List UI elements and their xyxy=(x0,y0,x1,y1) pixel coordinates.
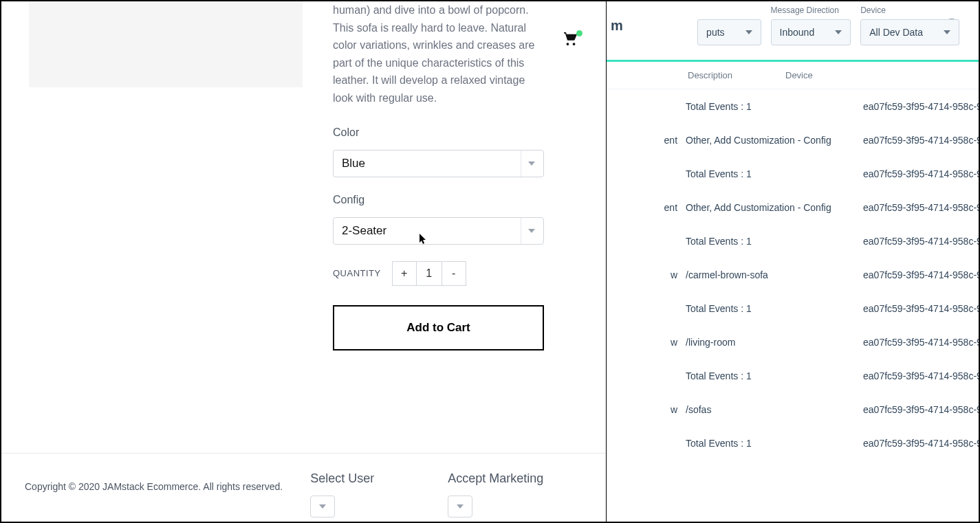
device-label: Device xyxy=(860,5,959,15)
chevron-down-icon xyxy=(745,30,752,34)
quantity-value: 1 xyxy=(417,261,442,286)
config-label: Config xyxy=(333,194,544,206)
add-to-cart-button[interactable]: Add to Cart xyxy=(333,305,544,350)
row-description: Other, Add Customization - Config xyxy=(686,135,863,146)
direction-filter: Message Direction Inbound xyxy=(771,5,851,45)
table-row[interactable]: entOther, Add Customization - Configea07… xyxy=(607,123,979,157)
row-device: ea07fc59-3f95-4714-958c-9 xyxy=(863,135,979,146)
row-device: ea07fc59-3f95-4714-958c-9 xyxy=(863,101,979,112)
color-label: Color xyxy=(333,126,544,139)
table-row[interactable]: Total Events : 1ea07fc59-3f95-4714-958c-… xyxy=(607,359,979,392)
table-row[interactable]: Total Events : 1ea07fc59-3f95-4714-958c-… xyxy=(607,224,979,258)
row-device: ea07fc59-3f95-4714-958c-9 xyxy=(863,337,979,348)
row-type-suffix: ent xyxy=(607,202,686,213)
column-device: Device xyxy=(785,70,813,80)
device-select[interactable]: All Dev Data xyxy=(860,19,959,45)
table-row[interactable]: w/living-roomea07fc59-3f95-4714-958c-9 xyxy=(607,325,979,359)
row-description: Total Events : 1 xyxy=(686,236,863,247)
outputs-select[interactable]: puts xyxy=(697,19,761,45)
row-type-suffix: w xyxy=(607,269,686,280)
product-image xyxy=(29,1,303,87)
color-value: Blue xyxy=(342,157,365,170)
accept-marketing-dropdown[interactable] xyxy=(448,496,472,518)
row-description: Other, Add Customization - Config xyxy=(686,202,863,213)
row-description: Total Events : 1 xyxy=(686,101,863,112)
table-row[interactable]: w/carmel-brown-sofaea07fc59-3f95-4714-95… xyxy=(607,258,979,291)
row-description: /living-room xyxy=(686,337,863,348)
row-description: Total Events : 1 xyxy=(686,168,863,179)
config-select[interactable]: 2-Seater xyxy=(333,217,544,245)
row-type-suffix: w xyxy=(607,337,686,348)
row-device: ea07fc59-3f95-4714-958c-9 xyxy=(863,202,979,213)
product-description: human) and dive into a bowl of popcorn. … xyxy=(333,1,544,107)
select-user-label: Select User xyxy=(310,471,420,486)
row-description: /carmel-brown-sofa xyxy=(686,269,863,280)
row-description: Total Events : 1 xyxy=(686,438,863,449)
chevron-down-icon xyxy=(319,504,326,509)
row-description: /sofas xyxy=(686,404,863,415)
row-device: ea07fc59-3f95-4714-958c-9 xyxy=(863,168,979,179)
direction-label: Message Direction xyxy=(771,5,851,15)
table-row[interactable]: Total Events : 1ea07fc59-3f95-4714-958c-… xyxy=(607,157,979,190)
select-user-dropdown[interactable] xyxy=(310,496,335,518)
row-description: Total Events : 1 xyxy=(686,370,863,381)
table-row[interactable]: Total Events : 1ea07fc59-3f95-4714-958c-… xyxy=(607,89,979,123)
row-device: ea07fc59-3f95-4714-958c-9 xyxy=(863,236,979,247)
chevron-down-icon xyxy=(528,229,535,233)
quantity-label: QUANTITY xyxy=(333,268,381,278)
row-device: ea07fc59-3f95-4714-958c-9 xyxy=(863,404,979,415)
table-row[interactable]: w/sofasea07fc59-3f95-4714-958c-9 xyxy=(607,392,979,426)
cart-badge xyxy=(576,30,582,36)
row-device: ea07fc59-3f95-4714-958c-9 xyxy=(863,303,979,314)
color-select[interactable]: Blue xyxy=(333,150,544,177)
copyright-text: Copyright © 2020 JAMstack Ecommerce. All… xyxy=(25,481,283,492)
loading-bar xyxy=(607,60,979,62)
page-title: m xyxy=(611,18,623,34)
chevron-down-icon xyxy=(944,30,950,34)
row-device: ea07fc59-3f95-4714-958c-9 xyxy=(863,269,979,280)
outputs-filter: puts xyxy=(697,5,761,45)
chevron-down-icon xyxy=(457,504,464,509)
chevron-down-icon xyxy=(528,162,535,166)
row-device: ea07fc59-3f95-4714-958c-9 xyxy=(863,370,979,381)
chevron-down-icon xyxy=(835,30,842,34)
column-description: Description xyxy=(607,70,785,80)
row-type-suffix: ent xyxy=(607,135,686,146)
quantity-decrement[interactable]: - xyxy=(442,261,466,286)
events-table: Description Device Total Events : 1ea07f… xyxy=(607,62,979,460)
direction-select[interactable]: Inbound xyxy=(771,19,851,45)
row-device: ea07fc59-3f95-4714-958c-9 xyxy=(863,438,979,449)
accept-marketing-label: Accept Marketing xyxy=(448,471,558,486)
row-description: Total Events : 1 xyxy=(686,303,863,314)
device-filter: Device All Dev Data xyxy=(860,5,959,45)
row-type-suffix: w xyxy=(607,404,686,415)
quantity-increment[interactable]: + xyxy=(392,261,417,286)
table-row[interactable]: Total Events : 1ea07fc59-3f95-4714-958c-… xyxy=(607,291,979,325)
table-row[interactable]: entOther, Add Customization - Configea07… xyxy=(607,190,979,224)
table-row[interactable]: Total Events : 1ea07fc59-3f95-4714-958c-… xyxy=(607,426,979,460)
cart-icon[interactable] xyxy=(563,32,578,49)
config-value: 2-Seater xyxy=(342,224,386,238)
